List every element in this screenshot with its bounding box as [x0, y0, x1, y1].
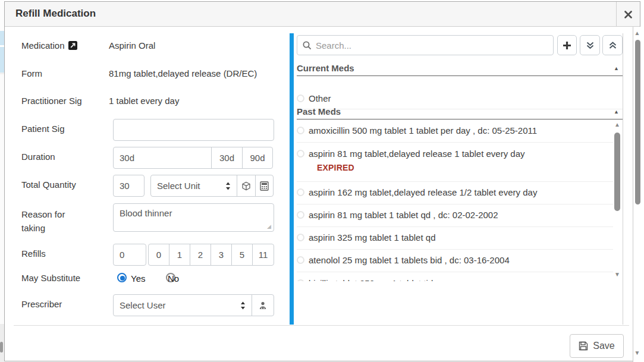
background-page-left-edge [0, 0, 4, 362]
expired-status-badge: EXPIRED [317, 163, 354, 172]
scroll-up-icon[interactable]: ▲ [613, 121, 621, 129]
may-substitute-label: May Substitute [21, 273, 80, 283]
med-radio-icon[interactable] [297, 188, 304, 196]
background-scrollbar-thumb [0, 342, 3, 352]
med-item-label: atenolol 25 mg tablet 1 tablets bid , dc… [309, 255, 510, 265]
unit-cube-button[interactable] [237, 175, 256, 197]
close-icon [624, 11, 632, 18]
practitioner-sig-value: 1 tablet every day [109, 96, 179, 106]
unit-select[interactable]: Select Unit [150, 175, 237, 197]
med-radio-icon[interactable] [297, 95, 304, 102]
medication-label: Medication [21, 40, 65, 51]
duration-input[interactable] [113, 147, 212, 169]
refills-quick-0-button[interactable]: 0 [148, 244, 169, 266]
meds-search-box [297, 35, 554, 55]
refills-quick-group: 0 1 2 3 5 11 [148, 244, 274, 266]
save-icon [579, 341, 588, 351]
med-item-label: aspirin 81 mg tablet 1 tablet qd , dc: 0… [309, 210, 498, 220]
prescriber-user-button[interactable] [252, 294, 274, 316]
med-radio-icon[interactable] [297, 234, 304, 241]
select-caret-icon [225, 182, 231, 190]
external-link-icon[interactable] [68, 41, 77, 50]
scroll-up-icon[interactable]: ▲ [633, 29, 641, 37]
past-med-item[interactable]: amoxicillin 500 mg tablet 1 tablet per d… [297, 119, 613, 143]
med-item-label: aspirin 81 mg tablet,delayed release 1 t… [309, 149, 525, 159]
unit-group: Select Unit [150, 175, 274, 197]
patient-sig-input[interactable] [113, 119, 274, 141]
scroll-down-icon[interactable]: ▼ [633, 349, 641, 357]
prescriber-select-value: Select User [120, 300, 166, 310]
practitioner-sig-label: Practitioner Sig [21, 96, 82, 106]
duration-quick-90d-button[interactable]: 90d [242, 147, 273, 169]
past-meds-header[interactable]: Past Meds ▲ [297, 104, 623, 119]
past-med-item-clipped[interactable]: bicillin tablet 250 mg 1 tablet tid [297, 272, 613, 281]
reason-label: Reason for taking [21, 207, 81, 235]
scrollbar-thumb[interactable] [614, 133, 620, 211]
current-meds-header[interactable]: Current Meds ▲ [297, 61, 623, 76]
collapse-all-button[interactable] [602, 35, 623, 55]
may-substitute-yes-radio[interactable] [117, 273, 127, 282]
form-label: Form [21, 68, 42, 78]
med-radio-icon[interactable] [297, 127, 304, 134]
save-button[interactable]: Save [570, 334, 624, 358]
past-meds-scrollbar[interactable]: ▲ ▼ [613, 121, 621, 279]
med-item-label: aspirin 325 mg tablet 1 tablet qd [309, 232, 435, 243]
scrollbar-thumb[interactable] [635, 40, 640, 204]
scroll-down-icon[interactable]: ▼ [613, 270, 621, 279]
past-meds-title: Past Meds [297, 106, 341, 117]
refills-quick-5-button[interactable]: 5 [231, 244, 253, 266]
med-radio-icon[interactable] [297, 150, 304, 158]
may-substitute-yes-label: Yes [131, 273, 145, 284]
refills-quick-2-button[interactable]: 2 [190, 244, 211, 266]
reason-textarea[interactable]: Blood thinner [113, 203, 274, 232]
total-quantity-label: Total Quantity [21, 180, 76, 190]
patient-sig-label: Patient Sig [21, 124, 65, 134]
collapse-arrow-icon[interactable]: ▲ [614, 65, 623, 71]
med-item-label: aspirin 162 mg tablet,delayed release 1/… [309, 187, 537, 197]
double-chevron-up-icon [608, 41, 617, 50]
total-quantity-input[interactable] [113, 175, 144, 197]
panel-right-edge [623, 33, 623, 325]
refills-input[interactable] [113, 244, 146, 266]
may-substitute-no-label: No [168, 273, 179, 284]
footer-divider [14, 325, 629, 326]
past-med-item[interactable]: aspirin 325 mg tablet 1 tablet qd [297, 227, 613, 250]
med-item-label: amoxicillin 500 mg tablet 1 tablet per d… [309, 125, 537, 136]
plus-icon [562, 40, 572, 51]
unit-select-value: Select Unit [157, 181, 200, 191]
med-radio-icon[interactable] [297, 279, 304, 281]
expand-all-button[interactable] [580, 35, 600, 55]
med-radio-icon[interactable] [297, 256, 304, 264]
close-button[interactable] [616, 2, 640, 27]
refills-quick-1-button[interactable]: 1 [169, 244, 190, 266]
refills-quick-3-button[interactable]: 3 [211, 244, 232, 266]
duration-quick-30d-button[interactable]: 30d [211, 147, 243, 169]
search-icon [303, 41, 312, 50]
past-med-item[interactable]: aspirin 162 mg tablet,delayed release 1/… [297, 182, 613, 204]
prescriber-select[interactable]: Select User [113, 294, 252, 316]
med-radio-icon[interactable] [297, 211, 304, 219]
past-med-item[interactable]: aspirin 81 mg tablet,delayed release 1 t… [297, 143, 613, 182]
dialog-title: Refill Medication [15, 8, 96, 20]
textarea-resize-icon[interactable]: ◢ [267, 224, 271, 229]
past-med-item[interactable]: aspirin 81 mg tablet 1 tablet qd , dc: 0… [297, 204, 613, 227]
calculator-button[interactable] [255, 175, 274, 197]
prescriber-group: Select User [113, 294, 274, 316]
form-value: 81mg tablet,delayed release (DR/EC) [109, 68, 257, 78]
past-med-item[interactable]: atenolol 25 mg tablet 1 tablets bid , dc… [297, 250, 613, 272]
duration-label: Duration [21, 152, 55, 162]
meds-search-input[interactable] [316, 40, 548, 51]
add-medication-button[interactable] [557, 35, 577, 55]
refills-quick-11-button[interactable]: 11 [252, 244, 274, 266]
double-chevron-down-icon [586, 41, 595, 50]
refills-label: Refills [21, 248, 46, 259]
collapse-arrow-icon[interactable]: ▲ [614, 109, 623, 115]
refill-medication-dialog: Refill Medication Medication Aspirin Ora… [4, 1, 640, 361]
dialog-scrollbar[interactable]: ▲ ▼ [633, 27, 641, 362]
select-caret-icon [240, 301, 246, 310]
medication-label-row: Medication [21, 40, 77, 51]
dialog-header: Refill Medication [5, 2, 640, 27]
doctor-user-icon [259, 301, 267, 310]
duration-group: 30d 90d [113, 147, 273, 169]
current-meds-title: Current Meds [297, 63, 354, 73]
